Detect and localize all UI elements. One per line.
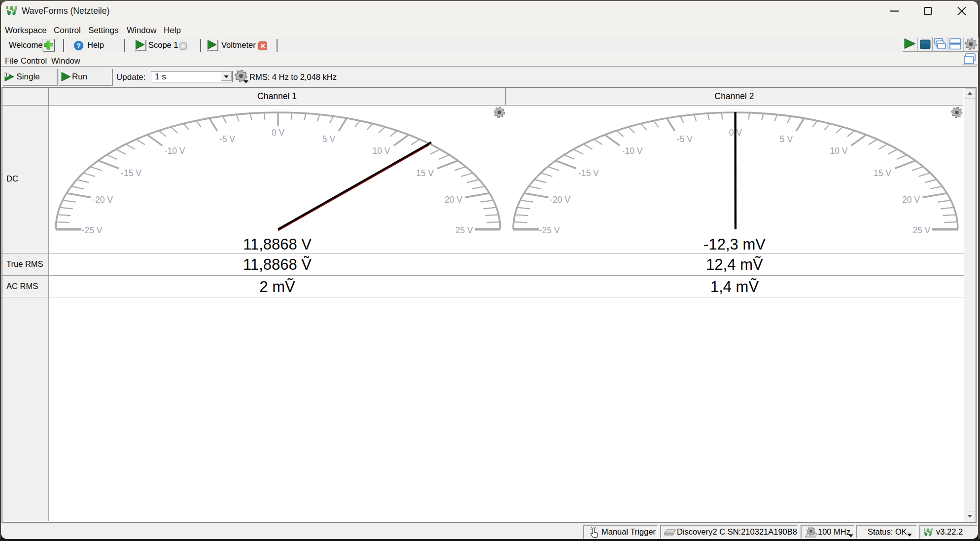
svg-text:W: W	[924, 528, 933, 537]
svg-text:20 V: 20 V	[445, 195, 462, 205]
svg-text:-20 V: -20 V	[92, 195, 113, 205]
svg-text:-15 V: -15 V	[121, 168, 141, 178]
svg-text:-5 V: -5 V	[677, 134, 693, 144]
svg-text:-25 V: -25 V	[539, 225, 560, 235]
svg-text:15 V: 15 V	[416, 168, 434, 178]
svg-text:20 V: 20 V	[902, 195, 920, 205]
svg-text:25 V: 25 V	[455, 225, 473, 235]
svg-text:-25 V: -25 V	[82, 225, 103, 235]
svg-text:-20 V: -20 V	[550, 195, 570, 205]
svg-text:-10 V: -10 V	[165, 146, 185, 156]
svg-text:-10 V: -10 V	[622, 146, 643, 156]
svg-text:10 V: 10 V	[830, 146, 848, 156]
svg-text:5 V: 5 V	[780, 134, 793, 144]
svg-text:-5 V: -5 V	[219, 134, 235, 144]
svg-text:0 V: 0 V	[272, 128, 285, 138]
svg-text:-15 V: -15 V	[578, 168, 599, 178]
svg-text:15 V: 15 V	[874, 168, 891, 178]
svg-text:5 V: 5 V	[322, 134, 336, 144]
svg-text:25 V: 25 V	[913, 225, 931, 235]
svg-text:10 V: 10 V	[373, 146, 390, 156]
